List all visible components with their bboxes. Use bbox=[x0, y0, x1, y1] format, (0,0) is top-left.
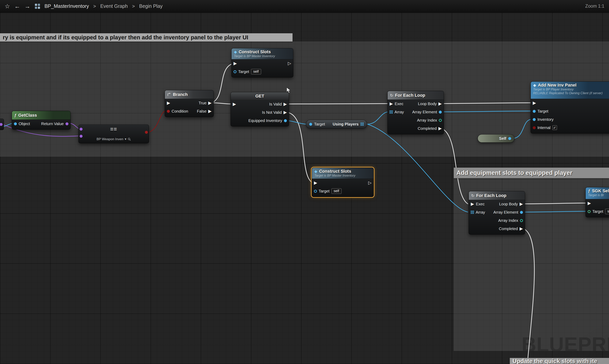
node-class-equality[interactable]: == BP Weapon Inven ▾ bbox=[78, 125, 149, 143]
node-sgk-self-item[interactable]: ƒ SGK Self It Target is Bl ▶ Target sel bbox=[585, 187, 609, 217]
breadcrumb-separator: > bbox=[132, 3, 135, 9]
array-index-pin[interactable] bbox=[439, 119, 442, 122]
node-title: Add New Inv Panel bbox=[538, 83, 576, 88]
exec-in-pin[interactable]: ▶ bbox=[234, 61, 237, 65]
compare-input-a-pin[interactable] bbox=[80, 128, 83, 130]
exec-in-pin[interactable]: ▶ bbox=[533, 101, 536, 105]
clipped-node-fragment[interactable] bbox=[0, 119, 4, 130]
node-foreach-loop-2[interactable]: ↻ For Each Loop ▶ Exec Loop Body ▶ Array bbox=[469, 191, 525, 234]
data-wire-usingplayers-to-array2[interactable] bbox=[367, 124, 468, 212]
array-pin-icon[interactable] bbox=[360, 123, 364, 126]
node-self[interactable]: Self bbox=[478, 134, 514, 143]
node-construct-slots-1[interactable]: ◆ Construct Slots Target is BP Master In… bbox=[231, 48, 293, 78]
exec-wire-isvalid-to-foreach1[interactable] bbox=[286, 104, 389, 104]
exec-wire-completed2-down[interactable] bbox=[523, 229, 534, 364]
exec-in-pin[interactable]: ▶ bbox=[390, 102, 393, 106]
blueprint-icon bbox=[35, 3, 40, 9]
breadcrumb-event[interactable]: Begin Play bbox=[139, 3, 163, 9]
array-pin-icon[interactable] bbox=[390, 110, 393, 114]
exec-out-pin[interactable]: ▷ bbox=[288, 61, 291, 65]
node-title: For Each Loop bbox=[476, 193, 506, 198]
data-wire-element1-to-target[interactable] bbox=[441, 111, 532, 112]
class-output-pin[interactable] bbox=[0, 123, 2, 126]
exec-in-pin[interactable]: ▶ bbox=[233, 102, 236, 106]
node-foreach-loop-1[interactable]: ↻ For Each Loop ▶ Exec Loop Body ▶ Array bbox=[388, 91, 444, 134]
data-wire-self-to-inventory[interactable] bbox=[512, 119, 532, 138]
exec-wire-loopbody1-to-addpanel[interactable] bbox=[441, 103, 532, 104]
exec-out-pin[interactable]: ▷ bbox=[368, 181, 372, 185]
target-pin[interactable] bbox=[309, 123, 312, 126]
branch-icon bbox=[167, 93, 171, 97]
node-title: Construct Slots bbox=[319, 169, 351, 174]
node-get-using-players[interactable]: Target Using Players bbox=[306, 120, 367, 129]
internal-pin[interactable] bbox=[533, 126, 536, 129]
function-icon: ƒ bbox=[14, 113, 16, 117]
comment-title-top[interactable]: ry is equipment and if its equipped to a… bbox=[0, 33, 292, 41]
false-exec-pin[interactable]: ▶ bbox=[208, 109, 212, 113]
return-value-pin[interactable] bbox=[66, 122, 69, 125]
exec-wire-to-construct1[interactable] bbox=[212, 64, 232, 103]
target-value-input[interactable]: sel bbox=[605, 209, 609, 214]
exec-in-pin[interactable]: ▶ bbox=[167, 101, 170, 105]
array-element-pin[interactable] bbox=[439, 111, 442, 114]
equality-operator: == bbox=[79, 126, 149, 132]
node-getclass[interactable]: ƒ GetClass Object Return Value bbox=[12, 111, 70, 130]
loop-body-exec-pin[interactable]: ▶ bbox=[438, 102, 442, 106]
exec-wire-branch-to-get[interactable] bbox=[211, 103, 232, 104]
exec-in-pin[interactable]: ▶ bbox=[588, 201, 591, 205]
internal-checkbox[interactable]: ✓ bbox=[552, 125, 557, 130]
bool-wire-compare-to-condition[interactable] bbox=[147, 111, 165, 132]
node-title: GET bbox=[255, 94, 264, 99]
node-construct-slots-2[interactable]: ◆ Construct Slots Target is BP Master In… bbox=[312, 168, 374, 197]
node-title: Construct Slots bbox=[239, 49, 271, 54]
node-get[interactable]: GET ▶ Is Valid ▶ Is Not Valid ▶ Equipped… bbox=[231, 92, 289, 127]
loop-body-exec-pin[interactable]: ▶ bbox=[520, 202, 523, 206]
exec-wire-completed1-to-foreach2[interactable] bbox=[441, 128, 468, 204]
target-pin[interactable] bbox=[533, 110, 536, 113]
array-index-pin[interactable] bbox=[520, 219, 523, 222]
compare-output-pin[interactable] bbox=[145, 131, 148, 134]
target-value-input[interactable]: self bbox=[251, 69, 261, 74]
back-icon[interactable]: ← bbox=[14, 3, 20, 9]
completed-exec-pin[interactable]: ▶ bbox=[438, 126, 442, 130]
forward-icon[interactable]: → bbox=[25, 3, 30, 9]
check-icon: ✓ bbox=[553, 126, 556, 130]
toolbar: ☆ ← → BP_MasterInventory > Event Graph >… bbox=[0, 0, 609, 13]
array-element-pin[interactable] bbox=[520, 211, 523, 214]
browse-icon[interactable] bbox=[128, 138, 131, 141]
comment-title-quick-slots-text: Update the quick slots with ite bbox=[512, 358, 597, 364]
dropdown-caret-icon[interactable]: ▾ bbox=[125, 137, 126, 141]
node-add-new-inv-panel[interactable]: ◆ Add New Inv Panel Target is BP Player … bbox=[531, 81, 609, 133]
target-pin[interactable] bbox=[234, 70, 236, 73]
comment-title-top-text: ry is equipment and if its equipped to a… bbox=[3, 34, 248, 41]
comment-title-quick-slots[interactable]: Update the quick slots with ite bbox=[510, 358, 609, 364]
array-pin-icon[interactable] bbox=[471, 211, 474, 214]
breadcrumb-graph[interactable]: Event Graph bbox=[100, 3, 128, 9]
condition-pin[interactable] bbox=[167, 110, 170, 113]
object-pin[interactable] bbox=[14, 122, 17, 125]
inventory-pin[interactable] bbox=[533, 118, 536, 121]
exec-in-pin[interactable]: ▶ bbox=[314, 181, 317, 185]
target-pin[interactable] bbox=[314, 190, 317, 193]
exec-wire-loopbody2-to-sgk[interactable] bbox=[523, 203, 587, 204]
target-value-input[interactable]: self bbox=[331, 188, 342, 194]
data-wire-element2-to-sgk-target[interactable] bbox=[523, 211, 587, 212]
self-output-pin[interactable] bbox=[508, 137, 511, 140]
data-wire-usingplayers-to-array1[interactable] bbox=[367, 112, 389, 124]
breadcrumb-separator: > bbox=[93, 3, 96, 9]
exec-in-pin[interactable]: ▶ bbox=[471, 202, 474, 206]
comment-title-equipment[interactable]: Add equipment slots to equipped player bbox=[454, 168, 609, 178]
completed-exec-pin[interactable]: ▶ bbox=[520, 227, 523, 231]
compare-input-b-pin[interactable] bbox=[80, 135, 83, 138]
is-not-valid-exec-pin[interactable]: ▶ bbox=[284, 110, 287, 115]
breadcrumb-blueprint[interactable]: BP_MasterInventory bbox=[44, 3, 89, 9]
true-exec-pin[interactable]: ▶ bbox=[208, 101, 212, 105]
class-dropdown[interactable]: BP Weapon Inven bbox=[97, 137, 123, 141]
node-title: GetClass bbox=[18, 113, 37, 118]
is-valid-exec-pin[interactable]: ▶ bbox=[284, 102, 287, 106]
equipped-inventory-pin[interactable] bbox=[284, 119, 287, 122]
node-branch[interactable]: Branch ▶ True ▶ Condition False ▶ bbox=[165, 90, 214, 117]
favorite-star-icon[interactable]: ☆ bbox=[5, 3, 10, 9]
target-pin[interactable] bbox=[588, 210, 591, 213]
node-title: SGK Self It bbox=[592, 188, 609, 194]
